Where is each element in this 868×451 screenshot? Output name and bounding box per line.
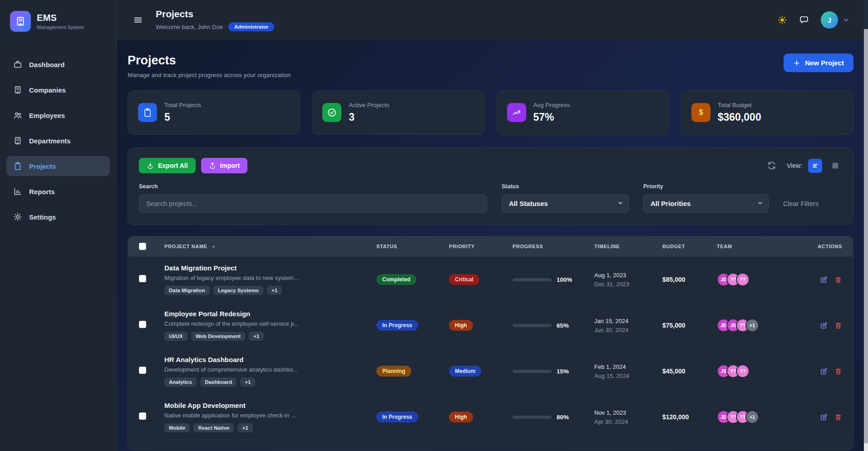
- progress-cell: 100%: [513, 276, 594, 283]
- edit-icon[interactable]: [820, 276, 828, 284]
- column-header-label: ACTIONS: [818, 244, 842, 249]
- row-checkbox[interactable]: [139, 367, 146, 374]
- priority-badge: High: [449, 412, 473, 422]
- import-label: Import: [220, 162, 240, 169]
- app-title: EMS: [37, 13, 84, 23]
- project-name[interactable]: Mobile App Development: [164, 402, 367, 409]
- sidebar-item-employees[interactable]: Employees: [6, 105, 110, 125]
- theme-toggle-sun-icon[interactable]: [777, 15, 787, 25]
- timeline-start: Aug 1, 2023: [594, 272, 662, 279]
- tag-chip: Analytics: [164, 377, 197, 387]
- priority-select[interactable]: All Priorities: [643, 194, 769, 213]
- column-header-status[interactable]: STATUS: [376, 244, 449, 249]
- grid-view-button[interactable]: [828, 159, 842, 173]
- column-header-budget[interactable]: BUDGET: [662, 244, 717, 249]
- new-project-button[interactable]: New Project: [784, 54, 853, 72]
- stat-value: 57%: [533, 111, 570, 123]
- project-name[interactable]: HR Analytics Dashboard: [164, 356, 367, 363]
- timeline-end: Dec 31, 2023: [594, 281, 662, 288]
- column-header-label: TEAM: [717, 244, 732, 249]
- stat-label: Active Projects: [349, 102, 389, 108]
- table-body: Data Migration ProjectMigration of legac…: [128, 256, 853, 440]
- row-checkbox[interactable]: [139, 412, 146, 420]
- sidebar-item-dashboard[interactable]: Dashboard: [6, 54, 110, 74]
- team-avatar[interactable]: ??: [736, 364, 750, 378]
- tag-chip: React Native: [193, 423, 234, 432]
- sidebar-item-label: Departments: [29, 137, 71, 145]
- search-input[interactable]: [139, 194, 487, 213]
- budget-value: $120,000: [662, 413, 717, 421]
- refresh-icon[interactable]: [767, 161, 776, 170]
- stat-card-total-budget: $Total Budget$360,000: [681, 90, 853, 135]
- team-avatar[interactable]: +1: [745, 319, 759, 332]
- export-all-button[interactable]: Export All: [139, 158, 196, 173]
- tag-chip: +1: [249, 332, 264, 341]
- column-header-actions[interactable]: ACTIONS: [803, 244, 842, 249]
- row-checkbox[interactable]: [139, 275, 146, 282]
- main-column: Projects Welcome back, John Doe Administ…: [117, 0, 868, 451]
- building-icon: [13, 136, 22, 145]
- tag-chip: Dashboard: [200, 377, 237, 387]
- project-description: Complete redesign of the employee self-s…: [164, 320, 367, 327]
- sidebar-item-label: Employees: [29, 112, 65, 119]
- app-subtitle: Management System: [37, 25, 84, 30]
- column-header-priority[interactable]: PRIORITY: [449, 244, 513, 249]
- trending-up-icon: [507, 103, 526, 122]
- team-avatar[interactable]: +1: [745, 410, 759, 424]
- project-tags: Data MigrationLegacy Systems+1: [164, 286, 367, 295]
- clear-filters-button[interactable]: Clear Filters: [783, 200, 842, 213]
- sidebar-item-companies[interactable]: Companies: [6, 80, 110, 100]
- project-name[interactable]: Employee Portal Redesign: [164, 310, 367, 318]
- team-avatar[interactable]: ??: [736, 273, 750, 286]
- status-select[interactable]: All Statuses: [502, 194, 629, 213]
- team-avatars: JD????+1: [717, 410, 803, 424]
- delete-icon[interactable]: [834, 413, 842, 421]
- avatar[interactable]: J: [821, 11, 838, 29]
- gear-icon: [13, 212, 22, 221]
- welcome-text: Welcome back, John Doe: [156, 24, 223, 30]
- clipboard-icon: [13, 162, 22, 171]
- user-menu[interactable]: J: [821, 11, 850, 29]
- list-view-button[interactable]: [808, 159, 822, 173]
- select-all-checkbox[interactable]: [139, 243, 146, 250]
- sidebar-item-label: Projects: [29, 162, 56, 170]
- menu-icon[interactable]: [133, 15, 143, 25]
- column-header-project-name[interactable]: PROJECT NAME: [164, 244, 376, 250]
- page-content: Projects Manage and track project progre…: [117, 40, 868, 451]
- edit-icon[interactable]: [820, 413, 828, 421]
- project-name[interactable]: Data Migration Project: [164, 264, 367, 272]
- priority-badge: High: [449, 320, 473, 331]
- sidebar-item-departments[interactable]: Departments: [6, 131, 110, 151]
- stat-value: $360,000: [718, 111, 761, 123]
- search-field: Search: [139, 183, 487, 213]
- sidebar-item-label: Settings: [29, 213, 56, 221]
- table-row: Employee Portal RedesignComplete redesig…: [128, 302, 853, 348]
- download-icon: [147, 162, 154, 169]
- tag-chip: UI/UX: [164, 332, 187, 341]
- edit-icon[interactable]: [820, 368, 828, 375]
- column-header-timeline[interactable]: TIMELINE: [594, 244, 662, 249]
- scrollbar-thumb[interactable]: [864, 29, 868, 443]
- timeline-start: Jan 15, 2024: [594, 318, 662, 324]
- chat-icon[interactable]: [799, 15, 809, 25]
- row-checkbox[interactable]: [139, 321, 146, 328]
- import-button[interactable]: Import: [201, 158, 248, 173]
- delete-icon[interactable]: [834, 276, 842, 284]
- priority-field: Priority All Priorities: [643, 183, 769, 213]
- priority-badge: Medium: [449, 366, 481, 377]
- timeline-start: Feb 1, 2024: [594, 363, 662, 370]
- progress-bar: [513, 370, 552, 373]
- column-header-progress[interactable]: PROGRESS: [513, 244, 594, 249]
- column-header-team[interactable]: TEAM: [717, 244, 803, 249]
- sidebar-item-settings[interactable]: Settings: [6, 207, 110, 227]
- timeline-start: Nov 1, 2023: [594, 409, 662, 416]
- delete-icon[interactable]: [834, 368, 842, 375]
- sidebar-item-projects[interactable]: Projects: [6, 156, 110, 176]
- progress-bar: [513, 416, 552, 419]
- delete-icon[interactable]: [834, 322, 842, 329]
- edit-icon[interactable]: [820, 322, 828, 329]
- progress-value: 100%: [557, 276, 572, 283]
- timeline-end: Jun 30, 2024: [594, 327, 662, 333]
- sidebar-item-reports[interactable]: Reports: [6, 181, 110, 201]
- page-header: Projects Manage and track project progre…: [128, 54, 853, 78]
